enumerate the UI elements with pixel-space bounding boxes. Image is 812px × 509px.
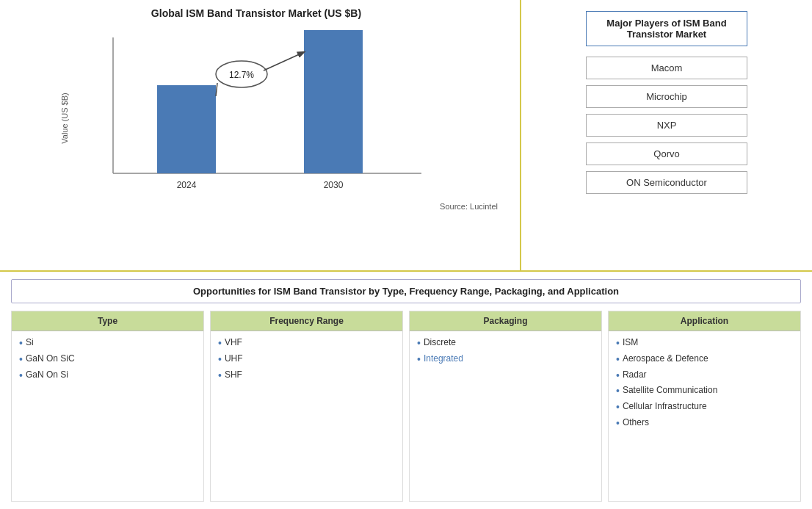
player-item-macom: Macom: [586, 57, 747, 79]
categories-row: Type • Si • GaN On SiC • GaN On Si Frequ…: [11, 311, 801, 502]
freq-vhf: • VHF: [218, 337, 395, 350]
bullet-icon: •: [218, 337, 222, 350]
app-others: • Others: [616, 417, 793, 430]
svg-text:2024: 2024: [177, 180, 197, 190]
player-item-nxp: NXP: [586, 114, 747, 137]
category-items-type: • Si • GaN On SiC • GaN On Si: [12, 331, 203, 501]
svg-line-9: [264, 52, 304, 71]
category-packaging: Packaging • Discrete • Integrated: [409, 311, 602, 502]
player-item-qorvo: Qorvo: [586, 142, 747, 165]
category-header-frequency: Frequency Range: [211, 311, 402, 331]
category-application: Application • ISM • Aerospace & Defence …: [608, 311, 801, 502]
category-header-type: Type: [12, 311, 203, 331]
players-title: Major Players of ISM Band Transistor Mar…: [586, 11, 747, 46]
bullet-icon: •: [616, 353, 620, 366]
source-label: Source: Lucintel: [0, 202, 498, 211]
svg-rect-4: [304, 30, 363, 173]
pkg-discrete: • Discrete: [417, 337, 594, 350]
type-gan-sic: • GaN On SiC: [19, 353, 196, 366]
chart-title: Global ISM Band Transistor Market (US $B…: [151, 7, 361, 19]
player-item-on-semiconductor: ON Semiconductor: [586, 171, 747, 194]
bullet-icon: •: [218, 353, 222, 366]
bullet-icon: •: [616, 401, 620, 414]
bullet-icon: •: [616, 337, 620, 350]
svg-text:12.7%: 12.7%: [229, 70, 254, 80]
bullet-icon: •: [616, 369, 620, 382]
bullet-icon: •: [19, 337, 23, 350]
category-type: Type • Si • GaN On SiC • GaN On Si: [11, 311, 204, 502]
bullet-icon: •: [19, 353, 23, 366]
chart-container: Value (US $B) 2024 2030 12.7%: [54, 30, 458, 199]
players-panel: Major Players of ISM Band Transistor Mar…: [521, 0, 812, 270]
category-header-packaging: Packaging: [410, 311, 601, 331]
freq-shf: • SHF: [218, 369, 395, 382]
pkg-integrated: • Integrated: [417, 353, 594, 366]
bottom-section: Opportunities for ISM Band Transistor by…: [0, 272, 812, 509]
app-radar: • Radar: [616, 369, 793, 382]
bullet-icon: •: [19, 369, 23, 382]
bullet-icon: •: [616, 417, 620, 430]
app-ism: • ISM: [616, 337, 793, 350]
category-frequency: Frequency Range • VHF • UHF • SHF: [210, 311, 403, 502]
bullet-icon: •: [218, 369, 222, 382]
svg-text:2030: 2030: [324, 180, 344, 190]
category-header-application: Application: [609, 311, 800, 331]
category-items-frequency: • VHF • UHF • SHF: [211, 331, 402, 501]
svg-line-10: [216, 83, 217, 96]
svg-rect-3: [157, 85, 216, 173]
player-item-microchip: Microchip: [586, 85, 747, 108]
bullet-icon: •: [417, 337, 421, 350]
app-cellular: • Cellular Infrastructure: [616, 401, 793, 414]
chart-area: Global ISM Band Transistor Market (US $B…: [0, 0, 521, 270]
freq-uhf: • UHF: [218, 353, 395, 366]
bullet-icon: •: [616, 385, 620, 397]
type-si: • Si: [19, 337, 196, 350]
category-items-application: • ISM • Aerospace & Defence • Radar • Sa…: [609, 331, 800, 501]
opportunities-title: Opportunities for ISM Band Transistor by…: [11, 279, 801, 303]
app-satellite: • Satellite Communication: [616, 385, 793, 397]
svg-text:Value (US $B): Value (US $B): [60, 93, 69, 144]
bullet-icon: •: [417, 353, 421, 366]
type-gan-si: • GaN On Si: [19, 369, 196, 382]
category-items-packaging: • Discrete • Integrated: [410, 331, 601, 501]
app-aerospace: • Aerospace & Defence: [616, 353, 793, 366]
